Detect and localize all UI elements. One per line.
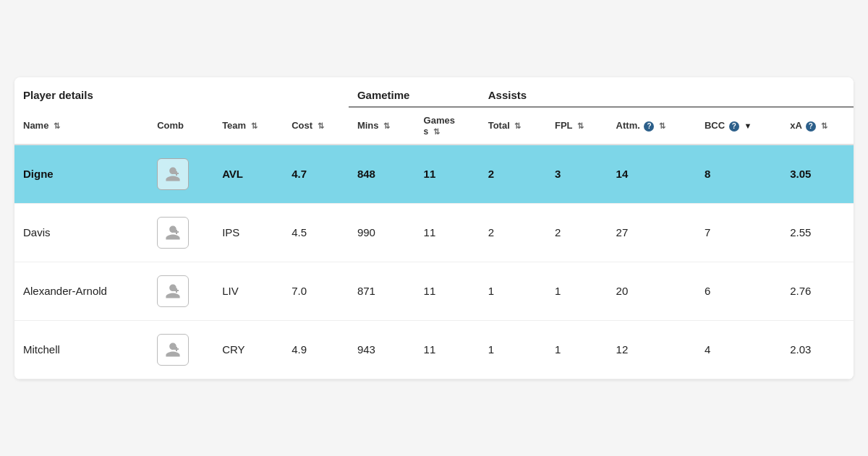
- add-player-button[interactable]: [157, 275, 189, 307]
- mins-sort-icon[interactable]: ⇅: [383, 121, 390, 131]
- player-mins: 871: [349, 262, 415, 320]
- group-header-row: Player details Gametime Assists: [14, 77, 854, 107]
- table-row: Davis IPS4.599011222772.55: [14, 203, 854, 262]
- table-body: Digne AVL4.784811231483.05Davis IPS4.599…: [14, 145, 854, 379]
- player-details-header: Player details: [14, 77, 349, 107]
- attm-help-icon[interactable]: ?: [644, 121, 654, 132]
- main-table-container: Player details Gametime Assists Name ⇅ C…: [14, 77, 854, 379]
- player-team: LIV: [213, 262, 283, 320]
- col-header-attm[interactable]: Attm. ? ⇅: [608, 107, 696, 145]
- table-row: Mitchell CRY4.994311111242.03: [14, 320, 854, 379]
- player-games: 11: [415, 320, 480, 379]
- player-cost: 4.9: [283, 320, 349, 379]
- player-games: 11: [415, 262, 480, 320]
- player-fpl: 1: [546, 320, 608, 379]
- player-mins: 990: [349, 203, 415, 262]
- fpl-sort-icon[interactable]: ⇅: [577, 121, 584, 131]
- player-add-button-cell: [148, 262, 213, 320]
- player-bcc: 7: [696, 203, 781, 262]
- player-xa: 2.55: [781, 203, 854, 262]
- player-fpl: 1: [546, 262, 608, 320]
- column-header-row: Name ⇅ Comb Team ⇅ Cost ⇅ Mins ⇅: [14, 107, 854, 145]
- col-header-games[interactable]: Games s ⇅: [415, 107, 480, 145]
- add-player-button[interactable]: [157, 217, 189, 249]
- player-cost: 4.5: [283, 203, 349, 262]
- player-cost: 4.7: [283, 145, 349, 204]
- col-header-team[interactable]: Team ⇅: [213, 107, 283, 145]
- player-bcc: 8: [696, 145, 781, 204]
- games-sort-icon[interactable]: ⇅: [433, 127, 440, 137]
- col-header-fpl[interactable]: FPL ⇅: [546, 107, 608, 145]
- player-name: Davis: [14, 203, 148, 262]
- player-fpl: 2: [546, 203, 608, 262]
- player-name: Digne: [14, 145, 148, 204]
- xa-help-icon[interactable]: ?: [806, 121, 816, 132]
- assists-header: Assists: [480, 77, 854, 107]
- player-attm: 20: [608, 262, 696, 320]
- player-xa: 2.03: [781, 320, 854, 379]
- player-xa: 2.76: [781, 262, 854, 320]
- gametime-header: Gametime: [349, 77, 480, 107]
- player-name: Mitchell: [14, 320, 148, 379]
- player-mins: 848: [349, 145, 415, 204]
- add-player-button[interactable]: [157, 158, 189, 190]
- player-fpl: 3: [546, 145, 608, 204]
- attm-sort-icon[interactable]: ⇅: [659, 121, 665, 131]
- stats-table: Player details Gametime Assists Name ⇅ C…: [14, 77, 854, 379]
- player-team: IPS: [213, 203, 283, 262]
- col-header-comb: Comb: [148, 107, 213, 145]
- col-header-mins[interactable]: Mins ⇅: [349, 107, 415, 145]
- player-total: 2: [480, 203, 546, 262]
- bcc-sort-icon[interactable]: ▼: [744, 121, 752, 130]
- player-total: 1: [480, 262, 546, 320]
- xa-sort-icon[interactable]: ⇅: [821, 121, 827, 131]
- team-sort-icon[interactable]: ⇅: [251, 121, 258, 131]
- table-row: Digne AVL4.784811231483.05: [14, 145, 854, 204]
- player-add-button-cell: [148, 203, 213, 262]
- player-games: 11: [415, 145, 480, 204]
- player-team: CRY: [213, 320, 283, 379]
- player-mins: 943: [349, 320, 415, 379]
- add-player-button[interactable]: [157, 334, 189, 366]
- cost-sort-icon[interactable]: ⇅: [318, 121, 324, 131]
- player-team: AVL: [213, 145, 283, 204]
- player-bcc: 4: [696, 320, 781, 379]
- col-header-xa[interactable]: xA ? ⇅: [781, 107, 854, 145]
- player-total: 2: [480, 145, 546, 204]
- player-xa: 3.05: [781, 145, 854, 204]
- player-attm: 14: [608, 145, 696, 204]
- player-total: 1: [480, 320, 546, 379]
- player-attm: 12: [608, 320, 696, 379]
- player-cost: 7.0: [283, 262, 349, 320]
- player-name: Alexander-Arnold: [14, 262, 148, 320]
- name-sort-icon[interactable]: ⇅: [54, 121, 60, 131]
- col-header-total[interactable]: Total ⇅: [480, 107, 546, 145]
- table-row: Alexander-Arnold LIV7.087111112062.76: [14, 262, 854, 320]
- col-header-cost[interactable]: Cost ⇅: [283, 107, 349, 145]
- player-add-button-cell: [148, 320, 213, 379]
- player-bcc: 6: [696, 262, 781, 320]
- player-attm: 27: [608, 203, 696, 262]
- bcc-help-icon[interactable]: ?: [729, 121, 739, 132]
- player-games: 11: [415, 203, 480, 262]
- col-header-bcc[interactable]: BCC ? ▼: [696, 107, 781, 145]
- total-sort-icon[interactable]: ⇅: [514, 121, 521, 131]
- player-add-button-cell: [148, 145, 213, 204]
- col-header-name[interactable]: Name ⇅: [14, 107, 148, 145]
